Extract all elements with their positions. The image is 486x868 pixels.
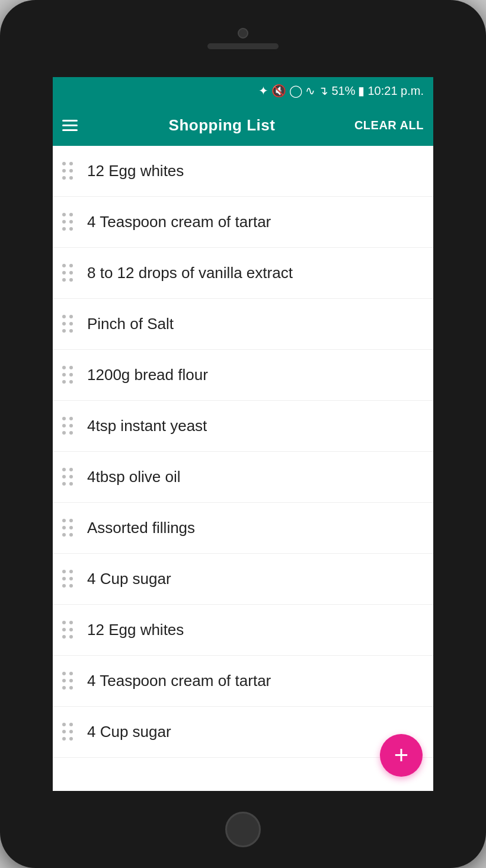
- bluetooth-icon: ✦: [258, 84, 268, 98]
- page-title: Shopping List: [89, 116, 354, 135]
- item-label: 12 Egg whites: [87, 162, 184, 180]
- status-icons: ✦ 🔇 ◯ ∿ ↴ 51% ▮ 10:21 p.m.: [258, 84, 424, 98]
- item-label: Assorted fillings: [87, 519, 195, 537]
- list-item[interactable]: 4 Cup sugar: [53, 707, 433, 758]
- alarm-icon: ◯: [289, 84, 302, 98]
- drag-handle-icon: [62, 366, 74, 385]
- item-label: 4 Cup sugar: [87, 723, 171, 741]
- list-item[interactable]: 4tbsp olive oil: [53, 452, 433, 503]
- list-item[interactable]: 12 Egg whites: [53, 605, 433, 656]
- phone-device: ✦ 🔇 ◯ ∿ ↴ 51% ▮ 10:21 p.m. Shopping List…: [0, 0, 486, 868]
- list-item[interactable]: 8 to 12 drops of vanilla extract: [53, 248, 433, 299]
- mute-icon: 🔇: [271, 84, 286, 98]
- menu-button[interactable]: [62, 120, 78, 131]
- phone-top-bezel: [0, 0, 486, 77]
- drag-handle-icon: [62, 213, 74, 232]
- list-item[interactable]: 1200g bread flour: [53, 350, 433, 401]
- drag-handle-icon: [62, 621, 74, 640]
- hamburger-line-2: [62, 125, 78, 126]
- drag-handle-icon: [62, 519, 74, 538]
- item-label: 1200g bread flour: [87, 366, 208, 384]
- phone-bottom-bezel: [0, 791, 486, 868]
- drag-handle-icon: [62, 315, 74, 334]
- item-label: 4 Teaspoon cream of tartar: [87, 672, 271, 690]
- drag-handle-icon: [62, 264, 74, 283]
- item-label: 8 to 12 drops of vanilla extract: [87, 264, 293, 282]
- drag-handle-icon: [62, 672, 74, 691]
- list-item[interactable]: Assorted fillings: [53, 503, 433, 554]
- item-label: 4 Cup sugar: [87, 570, 171, 588]
- drag-handle-icon: [62, 570, 74, 589]
- item-label: 4tsp instant yeast: [87, 417, 207, 435]
- item-label: Pinch of Salt: [87, 315, 174, 333]
- speaker-grille: [207, 43, 279, 49]
- list-container: 12 Egg whites4 Teaspoon cream of tartar8…: [53, 146, 433, 758]
- plus-icon: +: [394, 743, 409, 768]
- drag-handle-icon: [62, 417, 74, 436]
- drag-handle-icon: [62, 162, 74, 181]
- status-bar: ✦ 🔇 ◯ ∿ ↴ 51% ▮ 10:21 p.m.: [53, 77, 433, 104]
- drag-handle-icon: [62, 468, 74, 487]
- phone-screen: ✦ 🔇 ◯ ∿ ↴ 51% ▮ 10:21 p.m. Shopping List…: [53, 77, 433, 791]
- list-item[interactable]: Pinch of Salt: [53, 299, 433, 350]
- hamburger-line-3: [62, 129, 78, 131]
- drag-handle-icon: [62, 723, 74, 742]
- add-item-button[interactable]: +: [380, 734, 423, 777]
- item-label: 12 Egg whites: [87, 621, 184, 639]
- list-item[interactable]: 4 Teaspoon cream of tartar: [53, 656, 433, 707]
- clear-all-button[interactable]: CLEAR ALL: [354, 119, 424, 132]
- wifi-icon: ∿: [305, 84, 315, 98]
- shopping-list[interactable]: 12 Egg whites4 Teaspoon cream of tartar8…: [53, 146, 433, 791]
- list-item[interactable]: 4tsp instant yeast: [53, 401, 433, 452]
- item-label: 4 Teaspoon cream of tartar: [87, 213, 271, 231]
- item-label: 4tbsp olive oil: [87, 468, 181, 486]
- home-button[interactable]: [225, 812, 261, 847]
- list-item[interactable]: 4 Teaspoon cream of tartar: [53, 197, 433, 248]
- battery-icon: ▮: [358, 84, 364, 98]
- list-item[interactable]: 4 Cup sugar: [53, 554, 433, 605]
- camera-icon: [238, 28, 248, 39]
- time-display: 10:21 p.m.: [367, 84, 424, 98]
- app-toolbar: Shopping List CLEAR ALL: [53, 104, 433, 146]
- hamburger-line-1: [62, 120, 78, 122]
- signal-icon: ↴: [318, 84, 328, 98]
- list-item[interactable]: 12 Egg whites: [53, 146, 433, 197]
- battery-percent: 51%: [331, 84, 355, 98]
